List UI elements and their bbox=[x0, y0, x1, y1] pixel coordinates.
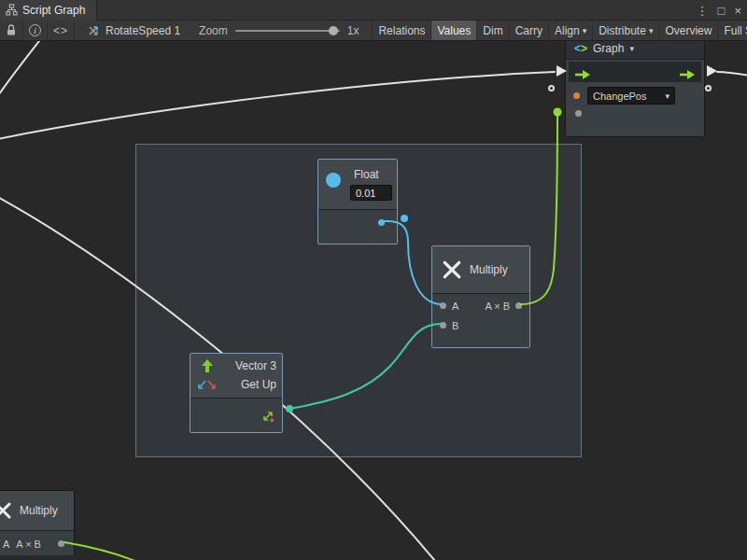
relations-button[interactable]: Relations bbox=[372, 21, 430, 41]
wire-knob[interactable] bbox=[554, 108, 562, 117]
multiply-node-partial[interactable]: Multiply A A × B bbox=[0, 490, 75, 555]
zoom-value: 1x bbox=[347, 24, 359, 37]
move-vector-icon bbox=[261, 410, 275, 423]
fullscreen-button[interactable]: Full Screen bbox=[717, 21, 747, 41]
multiply-partial-header: Multiply bbox=[0, 491, 74, 530]
float-output-port[interactable] bbox=[378, 219, 385, 226]
float-node[interactable]: Float 0.01 bbox=[317, 159, 398, 245]
align-dropdown-button[interactable]: Align▾ bbox=[548, 21, 592, 41]
carry-button[interactable]: Carry bbox=[509, 21, 548, 41]
flow-output-triangle-port[interactable] bbox=[707, 65, 717, 77]
info-button[interactable]: i bbox=[23, 21, 48, 41]
toolbar-buttons: Relations Values Dim Carry Align▾ Distri… bbox=[372, 21, 747, 41]
window-title: Script Graph bbox=[22, 4, 85, 17]
multiply-partial-body: A A × B bbox=[0, 530, 74, 555]
vector3-node-title: Vector 3 bbox=[235, 359, 276, 372]
window-menu-icon[interactable]: ⋮ bbox=[697, 5, 709, 17]
float-node-title: Float bbox=[354, 168, 379, 181]
chevron-down-icon: ▾ bbox=[629, 44, 634, 53]
output-label: A × B bbox=[16, 539, 41, 550]
code-icon: <> bbox=[53, 24, 68, 37]
float-value-input[interactable]: 0.01 bbox=[350, 185, 392, 201]
graph-reference-label: RotateSpeed 1 bbox=[106, 24, 180, 37]
get-up-subtitle: Get Up bbox=[241, 378, 276, 391]
window-tab-script-graph[interactable]: Script Graph bbox=[0, 0, 97, 21]
flow-strip bbox=[569, 62, 701, 82]
visual-script-icon: <> bbox=[574, 42, 587, 55]
float-node-header: Float 0.01 bbox=[318, 160, 397, 209]
graph-unit-node[interactable]: <> Graph ▾ ChangePos ▾ bbox=[565, 41, 705, 137]
distribute-dropdown-button[interactable]: Distribute▾ bbox=[592, 21, 658, 41]
graph-unit-title: Graph bbox=[593, 42, 624, 55]
wire-connection[interactable] bbox=[0, 72, 555, 140]
port-row-a: A A × B bbox=[432, 296, 529, 315]
output-port[interactable] bbox=[515, 302, 522, 309]
maximize-icon[interactable]: □ bbox=[718, 5, 726, 17]
value-output-circle-port[interactable] bbox=[705, 85, 712, 91]
flow-input-triangle-port[interactable] bbox=[557, 65, 567, 77]
multiply-node[interactable]: Multiply A A × B B bbox=[431, 245, 530, 348]
input-port-a[interactable] bbox=[440, 302, 446, 309]
vector3-get-up-node[interactable]: Vector 3 Get Up bbox=[190, 353, 283, 433]
changepos-dropdown[interactable]: ChangePos ▾ bbox=[587, 87, 675, 105]
output-label: A × B bbox=[485, 301, 510, 312]
input-label-a: A bbox=[452, 301, 458, 312]
info-icon: i bbox=[29, 24, 41, 36]
values-button[interactable]: Values bbox=[430, 21, 476, 41]
overview-button[interactable]: Overview bbox=[658, 21, 717, 41]
value-input-circle-port[interactable] bbox=[548, 85, 555, 91]
vector3-node-footer bbox=[190, 398, 282, 432]
output-port[interactable] bbox=[58, 540, 64, 547]
multiply-partial-title: Multiply bbox=[20, 504, 58, 517]
lock-icon bbox=[6, 24, 17, 36]
code-view-button[interactable]: <> bbox=[48, 21, 75, 41]
enum-port[interactable] bbox=[573, 92, 580, 99]
port-row-a: A A × B bbox=[0, 531, 74, 556]
lock-button[interactable] bbox=[0, 21, 23, 41]
zoom-control: Zoom 1x bbox=[193, 21, 364, 41]
graph-unit-header[interactable]: <> Graph ▾ bbox=[566, 41, 704, 59]
changepos-value: ChangePos bbox=[593, 91, 661, 102]
graph-reference[interactable]: RotateSpeed 1 bbox=[82, 21, 186, 41]
chevron-down-icon: ▾ bbox=[665, 91, 669, 101]
zoom-slider-knob[interactable] bbox=[329, 26, 338, 35]
input-label-a: A bbox=[3, 539, 9, 550]
flow-in-arrow-icon[interactable] bbox=[574, 69, 591, 80]
float-node-footer bbox=[318, 209, 397, 243]
float-type-icon bbox=[326, 173, 341, 188]
vector3-node-header: Vector 3 Get Up bbox=[190, 354, 282, 398]
window-controls: ⋮ □ × bbox=[697, 0, 741, 21]
input-port-b[interactable] bbox=[440, 322, 446, 329]
value-port[interactable] bbox=[575, 110, 582, 117]
zoom-slider[interactable] bbox=[235, 30, 340, 32]
script-graph-window-icon bbox=[6, 4, 18, 16]
zoom-label: Zoom bbox=[199, 24, 228, 37]
flow-out-arrow-icon[interactable] bbox=[679, 69, 696, 80]
graph-toolbar: i <> RotateSpeed 1 Zoom 1x Relations Val… bbox=[0, 21, 747, 41]
graph-asset-icon bbox=[88, 25, 101, 36]
wire-connection[interactable] bbox=[0, 41, 39, 101]
multiply-node-title: Multiply bbox=[470, 263, 508, 276]
dim-button[interactable]: Dim bbox=[476, 21, 508, 41]
multiply-node-body: A A × B B bbox=[432, 293, 529, 347]
input-label-b: B bbox=[452, 320, 458, 331]
changepos-row: ChangePos ▾ bbox=[573, 87, 697, 105]
multiply-icon bbox=[0, 501, 12, 520]
port-row-b: B bbox=[432, 315, 529, 335]
multiply-node-header: Multiply bbox=[432, 246, 529, 293]
graph-unit-body: ChangePos ▾ bbox=[566, 59, 704, 136]
partial-multiply-output-wire[interactable] bbox=[64, 542, 154, 560]
wire-connection[interactable] bbox=[717, 72, 747, 77]
chevron-down-icon: ▾ bbox=[649, 26, 654, 35]
titlebar: Script Graph ⋮ □ × bbox=[0, 0, 747, 21]
up-arrow-icon bbox=[201, 359, 214, 373]
graph-canvas[interactable]: <> Graph ▾ ChangePos ▾ bbox=[0, 41, 747, 560]
multiply-icon bbox=[442, 259, 462, 280]
direction-arrows-icon bbox=[196, 379, 218, 391]
chevron-down-icon: ▾ bbox=[583, 26, 587, 35]
close-icon[interactable]: × bbox=[734, 5, 741, 17]
